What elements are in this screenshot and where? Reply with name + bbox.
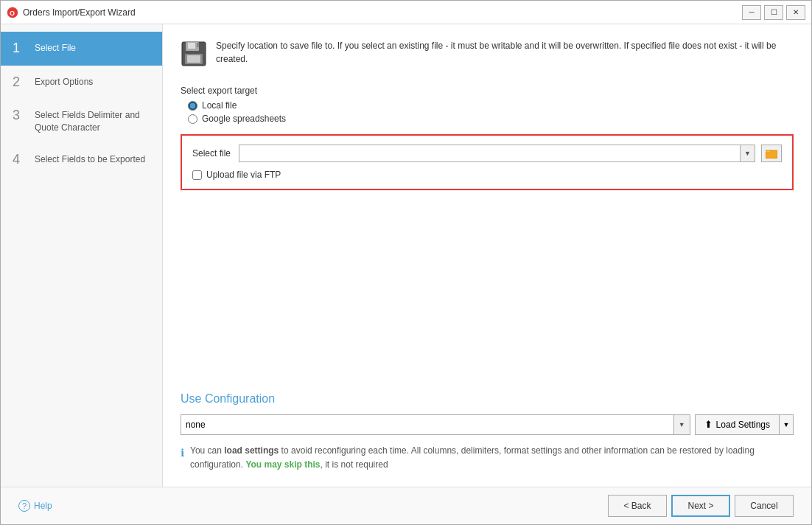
info-green-text: You may skip this bbox=[245, 459, 320, 470]
footer: ? Help < Back Next > Cancel bbox=[1, 487, 811, 524]
cancel-button[interactable]: Cancel bbox=[735, 495, 794, 517]
window-title: Orders Import/Export Wizard bbox=[23, 7, 136, 18]
svg-text:O: O bbox=[10, 10, 15, 17]
config-select-wrapper[interactable]: none ▼ bbox=[181, 414, 690, 435]
title-bar-left: O Orders Import/Export Wizard bbox=[7, 7, 136, 18]
panel-header: Specify location to save file to. If you… bbox=[181, 39, 794, 72]
step-label-1: Select File bbox=[35, 41, 76, 55]
config-select-dropdown[interactable]: none bbox=[181, 415, 690, 434]
info-bold-text: load settings bbox=[224, 445, 279, 456]
upload-ftp-checkbox[interactable] bbox=[192, 170, 202, 180]
load-settings-group: ⬆ Load Settings ▼ bbox=[695, 414, 794, 435]
export-target-label: Select export target bbox=[181, 86, 794, 96]
use-config-title: Use Configuration bbox=[181, 392, 794, 406]
sidebar-item-select-fields[interactable]: 4 Select Fields to be Exported bbox=[1, 143, 162, 177]
info-text: ℹ You can load settings to avoid reconfi… bbox=[181, 444, 794, 472]
svg-rect-5 bbox=[197, 43, 199, 47]
file-select-row: Select file ▼ bbox=[192, 145, 782, 162]
step-number-4: 4 bbox=[13, 152, 27, 168]
step-number-3: 3 bbox=[13, 108, 27, 124]
floppy-disk-svg bbox=[181, 41, 207, 67]
load-settings-label: Load Settings bbox=[716, 420, 770, 430]
load-settings-button[interactable]: ⬆ Load Settings bbox=[695, 414, 779, 435]
radio-google[interactable]: Google spreadsheets bbox=[188, 114, 794, 124]
step-label-4: Select Fields to be Exported bbox=[35, 152, 145, 166]
upload-ftp-row: Upload file via FTP bbox=[192, 170, 782, 180]
radio-local-input[interactable] bbox=[188, 101, 197, 111]
step-label-3: Select Fields Delimiter and Quote Charac… bbox=[35, 108, 150, 134]
step-label-2: Export Options bbox=[35, 74, 93, 88]
radio-google-label: Google spreadsheets bbox=[202, 114, 286, 124]
info-suffix: , it is not required bbox=[321, 459, 388, 470]
info-text-content: You can load settings to avoid reconfigu… bbox=[190, 444, 794, 472]
file-select-combo[interactable]: ▼ bbox=[239, 145, 755, 162]
app-icon: O bbox=[7, 7, 18, 18]
file-select-dropdown[interactable] bbox=[242, 145, 752, 161]
export-target-section: Select export target Local file Google s… bbox=[181, 86, 794, 124]
info-icon: ℹ bbox=[181, 445, 184, 461]
radio-local-label: Local file bbox=[202, 100, 237, 111]
header-description: Specify location to save file to. If you… bbox=[216, 39, 794, 66]
svg-rect-7 bbox=[187, 55, 200, 63]
back-button[interactable]: < Back bbox=[608, 495, 667, 517]
radio-group: Local file Google spreadsheets bbox=[181, 100, 794, 124]
restore-button[interactable]: ☐ bbox=[764, 5, 783, 20]
upload-ftp-label: Upload file via FTP bbox=[206, 170, 281, 180]
load-settings-dropdown-button[interactable]: ▼ bbox=[779, 414, 794, 435]
svg-rect-9 bbox=[766, 150, 771, 153]
info-prefix: You can bbox=[190, 445, 224, 456]
close-button[interactable]: ✕ bbox=[786, 5, 805, 20]
browse-button[interactable] bbox=[761, 145, 782, 162]
file-select-label: Select file bbox=[192, 148, 233, 159]
wizard-window: O Orders Import/Export Wizard ─ ☐ ✕ 1 Se… bbox=[0, 0, 812, 525]
radio-google-input[interactable] bbox=[188, 114, 197, 124]
panel: Specify location to save file to. If you… bbox=[163, 24, 811, 487]
main-content: 1 Select File 2 Export Options 3 Select … bbox=[1, 24, 811, 487]
folder-icon bbox=[766, 148, 777, 159]
title-bar: O Orders Import/Export Wizard ─ ☐ ✕ bbox=[1, 1, 811, 24]
help-icon: ? bbox=[18, 500, 30, 512]
step-number-1: 1 bbox=[13, 41, 27, 57]
sidebar-item-delimiter[interactable]: 3 Select Fields Delimiter and Quote Char… bbox=[1, 99, 162, 143]
file-select-box: Select file ▼ bbox=[181, 134, 794, 190]
svg-rect-4 bbox=[188, 43, 195, 49]
title-bar-controls: ─ ☐ ✕ bbox=[742, 5, 805, 20]
config-row: none ▼ ⬆ Load Settings ▼ bbox=[181, 414, 794, 435]
save-disk-icon bbox=[181, 41, 207, 72]
spacer bbox=[181, 212, 794, 385]
step-number-2: 2 bbox=[13, 74, 27, 91]
sidebar-item-select-file[interactable]: 1 Select File bbox=[1, 32, 162, 66]
use-config-section: Use Configuration none ▼ ⬆ Load Settings bbox=[181, 385, 794, 472]
radio-local-file[interactable]: Local file bbox=[188, 100, 794, 111]
help-label: Help bbox=[34, 501, 52, 511]
minimize-button[interactable]: ─ bbox=[742, 5, 761, 20]
upload-icon: ⬆ bbox=[704, 419, 713, 430]
sidebar: 1 Select File 2 Export Options 3 Select … bbox=[1, 24, 163, 487]
footer-buttons: < Back Next > Cancel bbox=[608, 495, 794, 517]
sidebar-item-export-options[interactable]: 2 Export Options bbox=[1, 66, 162, 100]
help-link[interactable]: ? Help bbox=[18, 500, 52, 512]
next-button[interactable]: Next > bbox=[671, 495, 730, 517]
